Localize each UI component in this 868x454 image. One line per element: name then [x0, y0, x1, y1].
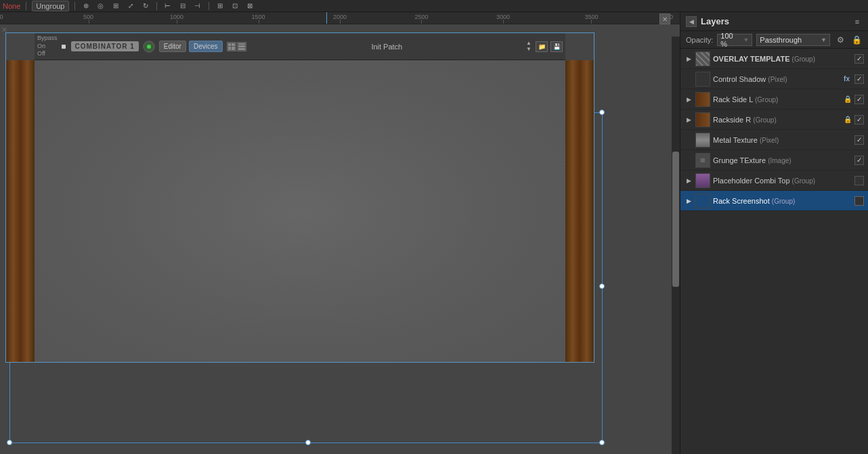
patch-name: Init Patch: [251, 43, 524, 51]
scrollbar-vertical[interactable]: [672, 37, 680, 454]
selection-right-line: [602, 112, 603, 442]
layer-lock-icon[interactable]: 🔒: [850, 34, 863, 46]
ruler-horizontal: 0 500 1000 1500 2000 2500 3000 3500 4000: [0, 12, 680, 24]
layer-thumb-4: [695, 133, 710, 147]
toolbar: None Ungroup ⊕ ◎ ⊞ ⤢ ↻ ⊢ ⊟ ⊣ ⊞ ⊡ ⊠: [0, 0, 868, 12]
grid-icon[interactable]: ⊞: [110, 1, 121, 11]
ruler-tick-500: [89, 20, 89, 24]
dist-h-icon[interactable]: ⊞: [215, 1, 225, 11]
layer-thumb-0: [695, 51, 710, 66]
layer-vis-2[interactable]: [854, 95, 864, 104]
layer-arrow-5: [685, 156, 693, 164]
ungroup-button[interactable]: Ungroup: [32, 1, 68, 12]
bypass-text: Bypass: [37, 35, 58, 43]
layer-item-control-shadow[interactable]: Control Shadow (Pixel) fx: [680, 69, 868, 89]
layer-item-placeholder-combi[interactable]: ▶ Placeholder Combi Top (Group): [680, 171, 868, 191]
toolbar-sep-3: [156, 2, 157, 10]
layer-vis-4[interactable]: [854, 135, 864, 145]
editor-button[interactable]: Editor: [159, 41, 186, 52]
layer-thumb-6: [695, 173, 710, 188]
led-indicator: [147, 45, 151, 49]
dist-v-icon[interactable]: ⊡: [230, 1, 240, 11]
layer-lock-3: 🔒: [844, 116, 852, 124]
layers-options: Opacity: 100 % ▼ Passthrough ▼ ⚙ 🔒: [680, 31, 868, 49]
layer-thumb-2: [695, 92, 710, 107]
layer-item-rack-side-l[interactable]: ▶ Rack Side L (Group) 🔒: [680, 89, 868, 110]
layer-item-rack-screenshot[interactable]: ▶ Rack Screenshot (Group): [680, 191, 868, 211]
blend-mode-select[interactable]: Passthrough ▼: [756, 34, 830, 46]
layer-vis-7[interactable]: [854, 196, 864, 206]
patch-folder-button[interactable]: 📁: [536, 41, 548, 52]
patch-arrows[interactable]: ▲ ▼: [526, 41, 531, 52]
rack-frame: Bypass On Off COMBINATOR 1 Editor Device…: [5, 32, 594, 363]
ruler-tick-3500: [591, 20, 592, 24]
layer-thumb-3: [695, 112, 710, 127]
layer-name-7: Rack Screenshot (Group): [713, 197, 852, 205]
layers-panel: ◀ Layers ≡ Opacity: 100 % ▼ Passthrough …: [680, 12, 868, 454]
layer-item-overlay-template[interactable]: ▶ OVERLAY TEMPLATE (Group): [680, 49, 868, 69]
ruler-tick-2500: [421, 20, 422, 24]
devices-button[interactable]: Devices: [189, 41, 223, 52]
layer-vis-6[interactable]: [854, 176, 864, 185]
scrollbar-thumb[interactable]: [672, 152, 679, 287]
layer-thumb-5: ▦: [695, 153, 710, 168]
layer-vis-5[interactable]: [854, 156, 864, 165]
align-right-icon[interactable]: ⊣: [192, 1, 203, 11]
layer-thumb-7: [695, 194, 710, 208]
rack-side-right: [565, 60, 594, 362]
ruler-cursor: [326, 12, 327, 24]
off-text: Off: [37, 50, 58, 58]
canvas-content[interactable]: ✕: [0, 24, 680, 454]
layer-arrow-2[interactable]: ▶: [685, 95, 693, 104]
handle-bot-left[interactable]: [7, 440, 12, 445]
ruler-tick-2000: [340, 20, 341, 24]
layer-name-2: Rack Side L (Group): [713, 95, 841, 104]
layers-menu-button[interactable]: ≡: [852, 16, 863, 27]
combi-led: [143, 41, 155, 53]
layer-arrow-6[interactable]: ▶: [685, 177, 693, 185]
toolbar-sep-4: [209, 2, 209, 10]
eye-icon[interactable]: ◎: [95, 1, 106, 11]
panel-toggle-button[interactable]: ◀: [686, 16, 697, 27]
main-layout: ✕ 0 500 1000 1500 2000 2500 3000 3500 40…: [0, 12, 868, 454]
layer-item-grunge-texture[interactable]: ▦ Grunge TExture (Image): [680, 150, 868, 171]
opacity-arrow[interactable]: ▼: [743, 37, 749, 43]
layer-vis-0[interactable]: [854, 54, 864, 64]
expand-icon[interactable]: ⤢: [125, 1, 136, 11]
opacity-input[interactable]: 100 % ▼: [717, 34, 752, 46]
layer-item-metal-texture[interactable]: Metal Texture (Pixel): [680, 130, 868, 150]
layer-arrow-7[interactable]: ▶: [685, 197, 693, 205]
layer-item-rackside-r[interactable]: ▶ Rackside R (Group) 🔒: [680, 110, 868, 130]
layer-fx-1: fx: [844, 75, 850, 83]
ruler-tick-1000: [177, 20, 177, 24]
canvas-area[interactable]: ✕ 0 500 1000 1500 2000 2500 3000 3500 40…: [0, 12, 680, 454]
combi-grid-icons: [227, 42, 246, 51]
layer-arrow-0[interactable]: ▶: [685, 55, 693, 63]
grid-icon-1: [227, 42, 236, 51]
layer-vis-3[interactable]: [854, 115, 864, 124]
handle-mid-right[interactable]: [599, 283, 605, 289]
layers-title: Layers: [701, 16, 848, 26]
close-button[interactable]: ✕: [659, 14, 670, 24]
rotate-icon[interactable]: ↻: [140, 1, 151, 11]
opacity-label: Opacity:: [686, 36, 713, 44]
layer-style-icon[interactable]: ⚙: [834, 34, 846, 46]
layer-thumb-1: [695, 72, 710, 87]
bypass-indicator: [62, 45, 66, 49]
combinator-header: Bypass On Off COMBINATOR 1 Editor Device…: [35, 33, 565, 60]
align-center-icon[interactable]: ⊟: [177, 1, 188, 11]
layer-vis-1[interactable]: [854, 74, 864, 84]
dist-icon[interactable]: ⊠: [244, 1, 255, 11]
align-left-icon[interactable]: ⊢: [162, 1, 173, 11]
crosshair-icon[interactable]: ⊕: [81, 1, 91, 11]
bypass-block: Bypass On Off: [37, 35, 58, 58]
layer-arrow-4: [685, 136, 693, 144]
handle-top-right[interactable]: [599, 110, 605, 115]
patch-save-button[interactable]: 💾: [550, 41, 563, 52]
layer-arrow-3[interactable]: ▶: [685, 116, 693, 124]
handle-bot-center[interactable]: [305, 440, 311, 445]
combinator-name: COMBINATOR 1: [71, 41, 139, 51]
layers-header: ◀ Layers ≡: [680, 12, 868, 31]
handle-bot-right[interactable]: [599, 440, 605, 445]
layer-name-0: OVERLAY TEMPLATE (Group): [713, 55, 852, 63]
